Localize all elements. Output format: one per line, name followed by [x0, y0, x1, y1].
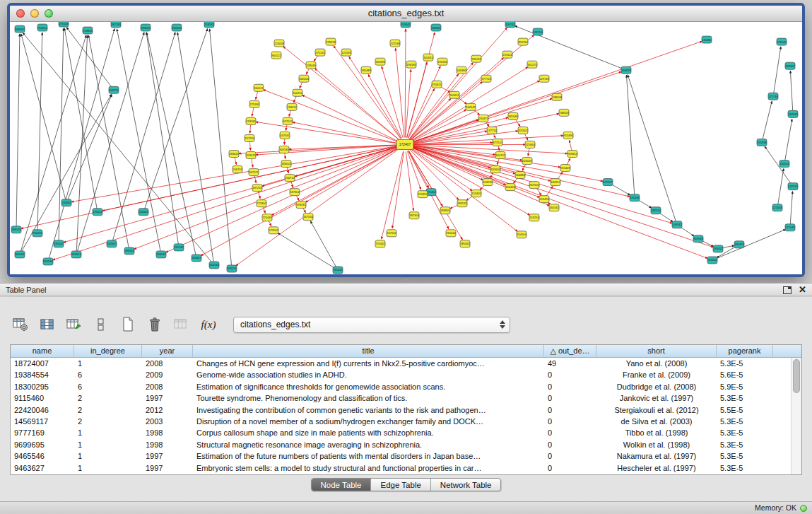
- graph-edge[interactable]: [637, 199, 652, 208]
- graph-node[interactable]: 905534: [43, 258, 53, 265]
- network-view-window[interactable]: citations_edges.txt 189302 950522 191044…: [7, 3, 805, 277]
- graph-node[interactable]: 122548: [390, 40, 400, 47]
- graph-node[interactable]: 172407: [396, 139, 413, 149]
- graph-node[interactable]: 924502: [707, 257, 717, 264]
- graph-edge[interactable]: [493, 134, 495, 138]
- graph-edge[interactable]: [21, 34, 66, 199]
- graph-node[interactable]: 100742: [505, 22, 515, 28]
- graph-node[interactable]: 203125: [246, 152, 256, 159]
- graph-node[interactable]: 196185: [406, 61, 416, 68]
- graph-node[interactable]: 218581: [246, 117, 256, 124]
- graph-node[interactable]: 342004: [299, 75, 309, 82]
- graph-edge[interactable]: [406, 151, 413, 210]
- graph-edge[interactable]: [78, 33, 145, 251]
- graph-node[interactable]: 960121: [254, 84, 264, 91]
- graph-edge[interactable]: [296, 195, 299, 200]
- graph-node[interactable]: 183020: [229, 151, 239, 158]
- graph-node[interactable]: 122549: [341, 49, 351, 56]
- graph-node[interactable]: 813042: [401, 22, 411, 28]
- table-row[interactable]: 911546021997Tourette syndrome. Phenomeno…: [11, 392, 791, 404]
- graph-node[interactable]: 197740: [245, 134, 254, 141]
- graph-node[interactable]: 162615: [423, 54, 433, 61]
- citation-graph[interactable]: 189302 950522 191044 193845 187240 18300…: [10, 22, 802, 274]
- graph-node[interactable]: 191036: [630, 194, 640, 201]
- graph-edge[interactable]: [410, 98, 451, 139]
- graph-node[interactable]: 142370: [788, 183, 798, 190]
- graph-edge[interactable]: [659, 213, 673, 222]
- graph-edge[interactable]: [53, 147, 399, 260]
- graph-edge[interactable]: [310, 221, 336, 267]
- function-builder-button[interactable]: f(x): [196, 313, 220, 336]
- graph-node[interactable]: 128440: [306, 62, 316, 69]
- column-header-short[interactable]: short: [596, 345, 717, 357]
- graph-edge[interactable]: [790, 71, 792, 110]
- graph-node[interactable]: 160742: [495, 152, 505, 159]
- graph-node[interactable]: 321660: [525, 141, 535, 148]
- graph-edge[interactable]: [146, 33, 178, 244]
- column-header-title[interactable]: title: [193, 345, 544, 357]
- graph-node[interactable]: 167502: [387, 230, 396, 237]
- graph-node[interactable]: 218531: [204, 22, 214, 28]
- graph-node[interactable]: 961612: [449, 91, 459, 98]
- graph-node[interactable]: 915490: [563, 132, 573, 139]
- edit-table-button[interactable]: [62, 313, 86, 336]
- graph-node[interactable]: 165493: [505, 184, 515, 191]
- graph-edge[interactable]: [256, 145, 398, 155]
- graph-node[interactable]: 171045: [785, 224, 795, 231]
- graph-edge[interactable]: [528, 148, 529, 156]
- graph-edge[interactable]: [23, 33, 212, 262]
- graph-node[interactable]: 155493: [539, 196, 549, 203]
- graph-edge[interactable]: [349, 57, 401, 139]
- graph-edge[interactable]: [285, 153, 286, 158]
- graph-node[interactable]: 950522: [37, 24, 47, 31]
- graph-edge[interactable]: [411, 148, 530, 215]
- table-row[interactable]: 946362711997Embryonic stem cells: a mode…: [11, 462, 791, 474]
- graph-node[interactable]: 187240: [111, 22, 121, 28]
- graph-edge[interactable]: [515, 119, 520, 126]
- graph-node[interactable]: 926114: [227, 265, 237, 272]
- graph-node[interactable]: 187302: [290, 189, 300, 196]
- graph-node[interactable]: 185447: [192, 255, 201, 262]
- graph-node[interactable]: 972542: [269, 227, 278, 234]
- graph-node[interactable]: 144345: [788, 110, 798, 117]
- graph-edge[interactable]: [567, 158, 570, 165]
- graph-node[interactable]: 153445: [471, 190, 481, 197]
- graph-edge[interactable]: [763, 101, 772, 139]
- graph-node[interactable]: 275180: [249, 100, 259, 107]
- graph-node[interactable]: 748508: [552, 93, 562, 100]
- graph-edge[interactable]: [405, 29, 406, 137]
- graph-node[interactable]: 169546: [693, 235, 703, 243]
- graph-node[interactable]: 447561: [280, 132, 290, 139]
- graph-node[interactable]: 226065: [61, 199, 71, 206]
- graph-node[interactable]: 960122: [271, 52, 281, 59]
- graph-node[interactable]: 427512: [283, 117, 293, 124]
- graph-edge[interactable]: [64, 28, 97, 209]
- graph-node[interactable]: 177713: [481, 75, 491, 82]
- table-row[interactable]: 1872400712008Changes of HCN gene express…: [11, 358, 791, 369]
- graph-node[interactable]: 219124: [502, 51, 512, 58]
- graph-edge[interactable]: [412, 146, 673, 223]
- graph-node[interactable]: 189801: [440, 207, 450, 214]
- graph-edge[interactable]: [286, 124, 287, 130]
- graph-node[interactable]: 160162: [549, 204, 559, 211]
- graph-node[interactable]: 122154: [533, 28, 543, 35]
- graph-edge[interactable]: [611, 184, 630, 195]
- graph-node[interactable]: 184957: [551, 179, 560, 186]
- graph-node[interactable]: 191044: [59, 22, 69, 27]
- graph-edge[interactable]: [680, 227, 694, 236]
- graph-node[interactable]: 189532: [457, 200, 467, 207]
- graph-node[interactable]: 950531: [33, 230, 42, 237]
- table-row[interactable]: 2242004622012Investigating the contribut…: [11, 404, 791, 416]
- graph-edge[interactable]: [627, 75, 635, 194]
- graph-edge[interactable]: [256, 122, 398, 144]
- graph-node[interactable]: 654931: [483, 179, 493, 186]
- graph-edge[interactable]: [252, 107, 254, 116]
- zoom-window-button[interactable]: [45, 9, 53, 18]
- graph-node[interactable]: 982134: [471, 55, 481, 62]
- graph-edge[interactable]: [722, 245, 734, 248]
- graph-edge[interactable]: [570, 140, 572, 150]
- graph-node[interactable]: 189302: [15, 25, 25, 33]
- graph-node[interactable]: 177714: [487, 127, 497, 134]
- graph-node[interactable]: 196182: [437, 58, 447, 65]
- graph-edge[interactable]: [249, 141, 250, 150]
